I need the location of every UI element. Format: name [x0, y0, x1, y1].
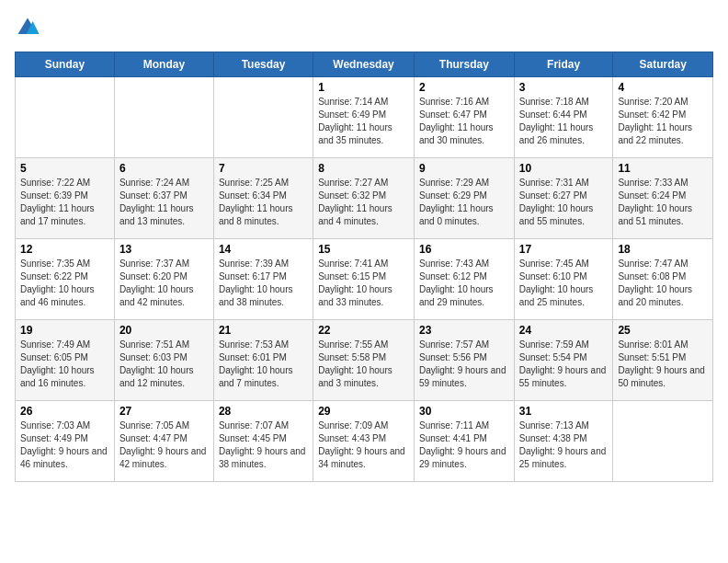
- day-of-week-header: Friday: [514, 52, 613, 77]
- day-info: Sunrise: 7:13 AMSunset: 4:38 PMDaylight:…: [519, 419, 609, 471]
- calendar-cell: 20Sunrise: 7:51 AMSunset: 6:03 PMDayligh…: [114, 320, 213, 401]
- day-of-week-header: Wednesday: [313, 52, 415, 77]
- day-number: 21: [219, 324, 308, 337]
- calendar-cell: 25Sunrise: 8:01 AMSunset: 5:51 PMDayligh…: [613, 320, 713, 401]
- day-number: 17: [519, 243, 609, 256]
- day-info: Sunrise: 7:53 AMSunset: 6:01 PMDaylight:…: [219, 339, 308, 390]
- day-info: Sunrise: 7:33 AMSunset: 6:24 PMDaylight:…: [618, 177, 708, 228]
- calendar-cell: 14Sunrise: 7:39 AMSunset: 6:17 PMDayligh…: [213, 239, 313, 320]
- calendar-cell: 9Sunrise: 7:29 AMSunset: 6:29 PMDaylight…: [414, 158, 514, 239]
- calendar-cell: 30Sunrise: 7:11 AMSunset: 4:41 PMDayligh…: [414, 401, 514, 482]
- day-info: Sunrise: 7:41 AMSunset: 6:15 PMDaylight:…: [318, 258, 409, 309]
- day-info: Sunrise: 7:43 AMSunset: 6:12 PMDaylight:…: [419, 258, 509, 309]
- day-number: 13: [119, 243, 209, 256]
- calendar-cell: 21Sunrise: 7:53 AMSunset: 6:01 PMDayligh…: [213, 320, 313, 401]
- day-number: 6: [119, 162, 209, 175]
- calendar-cell: 13Sunrise: 7:37 AMSunset: 6:20 PMDayligh…: [114, 239, 213, 320]
- day-of-week-header: Monday: [114, 52, 213, 77]
- day-number: 16: [419, 243, 509, 256]
- calendar-cell: 19Sunrise: 7:49 AMSunset: 6:05 PMDayligh…: [16, 320, 115, 401]
- day-number: 28: [219, 405, 308, 418]
- day-info: Sunrise: 7:27 AMSunset: 6:32 PMDaylight:…: [318, 177, 409, 228]
- day-number: 9: [419, 162, 509, 175]
- day-number: 15: [318, 243, 409, 256]
- day-number: 31: [519, 405, 609, 418]
- calendar-week-row: 5Sunrise: 7:22 AMSunset: 6:39 PMDaylight…: [16, 158, 713, 239]
- calendar-cell: 23Sunrise: 7:57 AMSunset: 5:56 PMDayligh…: [414, 320, 514, 401]
- logo: [15, 15, 44, 40]
- day-of-week-header: Sunday: [16, 52, 115, 77]
- calendar-cell: 16Sunrise: 7:43 AMSunset: 6:12 PMDayligh…: [414, 239, 514, 320]
- day-number: 24: [519, 324, 609, 337]
- day-number: 11: [618, 162, 708, 175]
- day-number: 23: [419, 324, 509, 337]
- calendar-cell: 27Sunrise: 7:05 AMSunset: 4:47 PMDayligh…: [114, 401, 213, 482]
- calendar-cell: [613, 401, 713, 482]
- day-info: Sunrise: 7:45 AMSunset: 6:10 PMDaylight:…: [519, 258, 609, 309]
- calendar-cell: 2Sunrise: 7:16 AMSunset: 6:47 PMDaylight…: [414, 77, 514, 158]
- day-number: 4: [618, 81, 708, 94]
- day-of-week-header: Saturday: [613, 52, 713, 77]
- day-info: Sunrise: 7:55 AMSunset: 5:58 PMDaylight:…: [318, 339, 409, 390]
- calendar-week-row: 1Sunrise: 7:14 AMSunset: 6:49 PMDaylight…: [16, 77, 713, 158]
- day-info: Sunrise: 7:39 AMSunset: 6:17 PMDaylight:…: [219, 258, 308, 309]
- day-number: 26: [20, 405, 109, 418]
- calendar-week-row: 12Sunrise: 7:35 AMSunset: 6:22 PMDayligh…: [16, 239, 713, 320]
- day-number: 18: [618, 243, 708, 256]
- day-number: 29: [318, 405, 409, 418]
- calendar-cell: 11Sunrise: 7:33 AMSunset: 6:24 PMDayligh…: [613, 158, 713, 239]
- day-info: Sunrise: 7:11 AMSunset: 4:41 PMDaylight:…: [419, 419, 509, 471]
- calendar-cell: 22Sunrise: 7:55 AMSunset: 5:58 PMDayligh…: [313, 320, 415, 401]
- calendar-cell: 17Sunrise: 7:45 AMSunset: 6:10 PMDayligh…: [514, 239, 613, 320]
- day-info: Sunrise: 8:01 AMSunset: 5:51 PMDaylight:…: [618, 339, 708, 390]
- day-info: Sunrise: 7:22 AMSunset: 6:39 PMDaylight:…: [20, 177, 109, 228]
- calendar-cell: 26Sunrise: 7:03 AMSunset: 4:49 PMDayligh…: [16, 401, 115, 482]
- day-number: 20: [119, 324, 209, 337]
- calendar-cell: [16, 77, 115, 158]
- day-number: 3: [519, 81, 609, 94]
- day-info: Sunrise: 7:37 AMSunset: 6:20 PMDaylight:…: [119, 258, 209, 309]
- day-number: 7: [219, 162, 308, 175]
- calendar-cell: 24Sunrise: 7:59 AMSunset: 5:54 PMDayligh…: [514, 320, 613, 401]
- day-info: Sunrise: 7:14 AMSunset: 6:49 PMDaylight:…: [318, 96, 409, 147]
- day-info: Sunrise: 7:07 AMSunset: 4:45 PMDaylight:…: [219, 419, 308, 471]
- calendar-cell: 1Sunrise: 7:14 AMSunset: 6:49 PMDaylight…: [313, 77, 415, 158]
- calendar-cell: 15Sunrise: 7:41 AMSunset: 6:15 PMDayligh…: [313, 239, 415, 320]
- day-info: Sunrise: 7:18 AMSunset: 6:44 PMDaylight:…: [519, 96, 609, 147]
- day-number: 30: [419, 405, 509, 418]
- calendar-cell: 12Sunrise: 7:35 AMSunset: 6:22 PMDayligh…: [16, 239, 115, 320]
- day-number: 27: [119, 405, 209, 418]
- calendar-header-row: SundayMondayTuesdayWednesdayThursdayFrid…: [16, 52, 713, 77]
- calendar-cell: 29Sunrise: 7:09 AMSunset: 4:43 PMDayligh…: [313, 401, 415, 482]
- calendar-cell: 28Sunrise: 7:07 AMSunset: 4:45 PMDayligh…: [213, 401, 313, 482]
- day-number: 8: [318, 162, 409, 175]
- day-info: Sunrise: 7:57 AMSunset: 5:56 PMDaylight:…: [419, 339, 509, 390]
- calendar-cell: 4Sunrise: 7:20 AMSunset: 6:42 PMDaylight…: [613, 77, 713, 158]
- day-info: Sunrise: 7:59 AMSunset: 5:54 PMDaylight:…: [519, 339, 609, 390]
- calendar-cell: [213, 77, 313, 158]
- day-info: Sunrise: 7:05 AMSunset: 4:47 PMDaylight:…: [119, 419, 209, 471]
- day-info: Sunrise: 7:16 AMSunset: 6:47 PMDaylight:…: [419, 96, 509, 147]
- day-number: 12: [20, 243, 109, 256]
- day-info: Sunrise: 7:31 AMSunset: 6:27 PMDaylight:…: [519, 177, 609, 228]
- calendar-cell: 31Sunrise: 7:13 AMSunset: 4:38 PMDayligh…: [514, 401, 613, 482]
- day-info: Sunrise: 7:49 AMSunset: 6:05 PMDaylight:…: [20, 339, 109, 390]
- day-number: 25: [618, 324, 708, 337]
- logo-icon: [15, 15, 40, 40]
- calendar-table: SundayMondayTuesdayWednesdayThursdayFrid…: [15, 52, 713, 482]
- day-info: Sunrise: 7:29 AMSunset: 6:29 PMDaylight:…: [419, 177, 509, 228]
- day-number: 2: [419, 81, 509, 94]
- calendar-cell: 7Sunrise: 7:25 AMSunset: 6:34 PMDaylight…: [213, 158, 313, 239]
- day-number: 22: [318, 324, 409, 337]
- calendar-week-row: 19Sunrise: 7:49 AMSunset: 6:05 PMDayligh…: [16, 320, 713, 401]
- calendar-cell: 10Sunrise: 7:31 AMSunset: 6:27 PMDayligh…: [514, 158, 613, 239]
- day-number: 5: [20, 162, 109, 175]
- day-number: 14: [219, 243, 308, 256]
- calendar-cell: 3Sunrise: 7:18 AMSunset: 6:44 PMDaylight…: [514, 77, 613, 158]
- calendar-cell: 8Sunrise: 7:27 AMSunset: 6:32 PMDaylight…: [313, 158, 415, 239]
- day-of-week-header: Tuesday: [213, 52, 313, 77]
- day-of-week-header: Thursday: [414, 52, 514, 77]
- day-number: 10: [519, 162, 609, 175]
- day-info: Sunrise: 7:09 AMSunset: 4:43 PMDaylight:…: [318, 419, 409, 471]
- day-info: Sunrise: 7:24 AMSunset: 6:37 PMDaylight:…: [119, 177, 209, 228]
